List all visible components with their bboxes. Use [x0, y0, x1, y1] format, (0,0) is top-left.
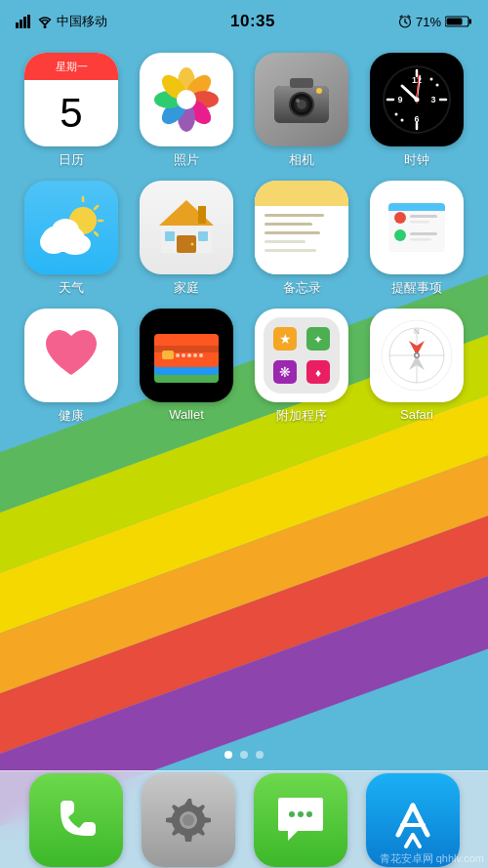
reminders-label: 提醒事项 — [391, 279, 442, 297]
app-grid: 星期一 5 日历 照片 — [0, 43, 488, 434]
photos-flower-svg — [151, 64, 222, 135]
page-dot-1[interactable] — [224, 751, 232, 759]
time-display: 10:35 — [230, 12, 275, 31]
svg-line-16 — [408, 16, 410, 18]
svg-point-28 — [177, 90, 196, 109]
page-dots — [0, 751, 488, 759]
app-calendar[interactable]: 星期一 5 日历 — [18, 53, 125, 169]
safari-svg: N — [378, 316, 456, 394]
svg-text:9: 9 — [397, 95, 402, 104]
svg-point-114 — [289, 811, 295, 817]
svg-point-88 — [176, 353, 180, 357]
battery-percent: 71% — [416, 15, 441, 29]
home-icon — [140, 181, 233, 274]
dock-settings-icon — [142, 773, 235, 867]
app-health[interactable]: 健康 — [18, 309, 125, 425]
reminders-icon — [370, 181, 464, 274]
svg-text:3: 3 — [430, 95, 435, 104]
svg-line-15 — [400, 16, 402, 18]
weather-svg — [32, 193, 110, 262]
svg-rect-19 — [446, 19, 462, 25]
svg-rect-87 — [162, 351, 174, 359]
app-clock[interactable]: 12 3 6 9 时钟 — [363, 53, 470, 169]
svg-rect-76 — [410, 215, 437, 218]
svg-rect-18 — [468, 20, 471, 24]
svg-point-51 — [401, 119, 404, 122]
safari-icon: N — [370, 309, 464, 402]
svg-point-50 — [395, 113, 398, 116]
svg-rect-7 — [16, 22, 19, 28]
svg-point-37 — [316, 88, 322, 94]
svg-line-60 — [95, 206, 98, 209]
health-icon — [24, 309, 118, 402]
calendar-date: 5 — [60, 80, 82, 146]
svg-line-117 — [398, 806, 413, 835]
app-wallet[interactable]: Wallet — [133, 309, 240, 425]
app-home[interactable]: 家庭 — [133, 181, 240, 297]
health-label: 健康 — [59, 407, 84, 425]
camera-svg — [272, 74, 331, 125]
dock-settings[interactable] — [142, 773, 235, 867]
svg-rect-8 — [20, 20, 22, 28]
svg-rect-80 — [410, 238, 431, 241]
svg-point-116 — [306, 811, 312, 817]
app-photos[interactable]: 照片 — [133, 53, 240, 169]
clock-label: 时钟 — [404, 151, 429, 169]
status-left: 中国移动 — [16, 13, 107, 30]
phone-svg — [49, 793, 103, 847]
home-label: 家庭 — [174, 279, 199, 297]
app-safari[interactable]: N Safari — [363, 309, 470, 425]
photos-label: 照片 — [174, 151, 199, 169]
svg-point-36 — [296, 99, 300, 103]
app-camera[interactable]: 相机 — [248, 53, 355, 169]
app-reminders[interactable]: 提醒事项 — [363, 181, 470, 297]
page-dot-3[interactable] — [256, 751, 264, 759]
weather-label: 天气 — [59, 279, 84, 297]
wallet-svg — [148, 326, 224, 385]
svg-text:★: ★ — [279, 331, 292, 347]
photos-icon — [140, 53, 233, 146]
svg-line-14 — [405, 22, 407, 24]
clock-svg: 12 3 6 9 — [378, 61, 456, 139]
svg-line-121 — [413, 835, 420, 847]
svg-line-61 — [95, 232, 98, 235]
settings-svg — [159, 791, 218, 849]
svg-text:✦: ✦ — [313, 333, 323, 347]
calendar-icon: 星期一 5 — [24, 53, 118, 146]
reminders-svg — [379, 189, 455, 266]
messages-svg — [270, 790, 331, 850]
svg-point-55 — [415, 98, 420, 103]
wallet-icon — [140, 309, 233, 402]
svg-point-65 — [52, 219, 79, 242]
dock-phone-icon — [29, 773, 123, 867]
svg-rect-9 — [23, 17, 26, 28]
dock-messages[interactable] — [254, 773, 347, 867]
page-dot-2[interactable] — [240, 751, 248, 759]
dock-phone[interactable] — [29, 773, 123, 867]
alarm-icon — [398, 15, 412, 28]
calendar-day-label: 星期一 — [24, 53, 118, 80]
svg-point-70 — [191, 243, 194, 246]
appstore-svg — [383, 790, 443, 850]
dock-messages-icon — [254, 773, 347, 867]
svg-line-118 — [413, 806, 427, 835]
app-weather[interactable]: 天气 — [18, 181, 125, 297]
svg-point-115 — [298, 811, 304, 817]
svg-rect-71 — [165, 231, 175, 241]
wifi-icon — [37, 16, 53, 28]
notes-icon — [255, 181, 348, 274]
svg-point-111 — [416, 354, 419, 357]
svg-point-89 — [182, 353, 185, 357]
svg-rect-10 — [27, 15, 30, 28]
camera-label: 相机 — [289, 151, 314, 169]
notes-label: 备忘录 — [283, 279, 321, 297]
watermark: 青花安卓网 qhhlv.com — [380, 851, 484, 866]
svg-point-49 — [436, 84, 439, 87]
app-extras[interactable]: ★ ✦ ❋ ♦ 附加程序 — [248, 309, 355, 425]
svg-point-78 — [394, 229, 406, 241]
status-bar: 中国移动 10:35 71% — [0, 0, 488, 43]
home-svg — [151, 192, 222, 263]
app-notes[interactable]: 备忘录 — [248, 181, 355, 297]
health-svg — [36, 320, 106, 391]
carrier-label: 中国移动 — [57, 13, 107, 30]
